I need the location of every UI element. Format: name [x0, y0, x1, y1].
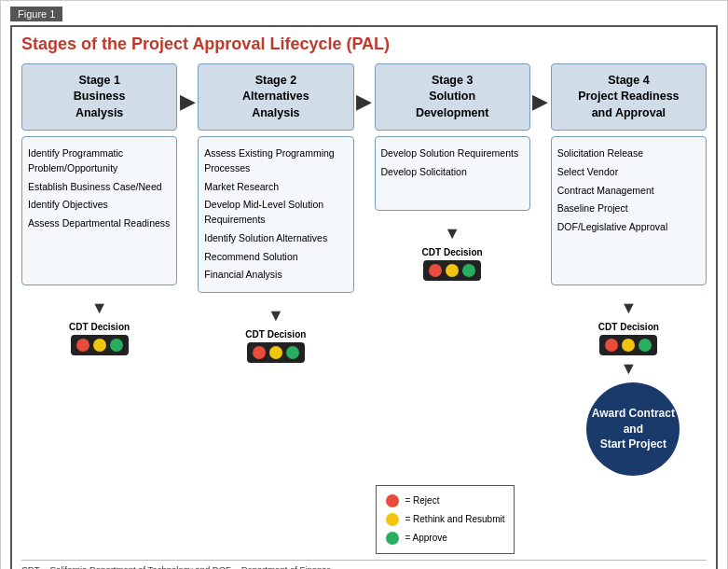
stage4-block: Stage 4 Project Readiness and Approval S… [551, 63, 707, 476]
page-title: Stages of the Project Approval Lifecycle… [21, 35, 707, 54]
arrow-3-4: ▶ [530, 63, 551, 114]
yellow-light [622, 339, 635, 352]
footer-note: CDT = California Department of Technolog… [21, 560, 707, 569]
legend-yellow-light [386, 513, 399, 526]
list-item: Assess Existing Programming Processes [204, 145, 347, 178]
arrow-2-3: ▶ [354, 63, 375, 114]
legend-red-label: = Reject [405, 492, 439, 510]
stage1-body: Identify Programmatic Problem/Opportunit… [21, 136, 177, 285]
down-arrow-icon: ▼ [444, 224, 460, 243]
cdt-label: CDT Decision [422, 247, 483, 257]
down-arrow-icon: ▼ [91, 298, 108, 318]
legend-red-light [386, 494, 399, 507]
green-light [110, 339, 123, 352]
stage4-list: Solicitation Release Select Vendor Contr… [557, 145, 700, 237]
list-item: Develop Mid-Level Solution Requirements [204, 196, 347, 229]
cdt-label: CDT Decision [69, 322, 130, 332]
legend-box: = Reject = Rethink and Resubmit = Approv… [376, 485, 515, 554]
bottom-area: = Reject = Rethink and Resubmit = Approv… [21, 485, 707, 554]
stages-row: Stage 1 Business Analysis Identify Progr… [21, 63, 707, 476]
stage3-list: Develop Solution Requirements Develop So… [381, 145, 524, 182]
list-item: Recommend Solution [204, 248, 347, 267]
legend-green-light [386, 532, 399, 545]
traffic-light-4 [599, 335, 657, 355]
stage4-body: Solicitation Release Select Vendor Contr… [551, 136, 707, 285]
list-item: Identify Programmatic Problem/Opportunit… [28, 145, 171, 178]
list-item: Identify Objectives [28, 196, 171, 215]
list-item: DOF/Legislative Approval [557, 218, 700, 237]
arrow-1-2: ▶ [177, 63, 198, 114]
stage3-header: Stage 3 Solution Development [375, 63, 530, 131]
green-light [462, 264, 475, 277]
yellow-light [269, 346, 282, 359]
list-item: Develop Solution Requirements [381, 145, 524, 163]
list-item: Select Vendor [557, 163, 700, 182]
list-item: Contract Management [557, 182, 700, 201]
traffic-light-3 [423, 260, 481, 281]
red-light [429, 264, 442, 277]
list-item: Financial Analysis [204, 266, 347, 284]
stage1-header: Stage 1 Business Analysis [21, 63, 177, 131]
traffic-light-1 [71, 335, 129, 355]
stage4-header: Stage 4 Project Readiness and Approval [551, 63, 707, 131]
list-item: Solicitation Release [557, 145, 700, 163]
yellow-light [446, 264, 459, 277]
stage2-body: Assess Existing Programming Processes Ma… [198, 136, 353, 293]
down-arrow-icon: ▼ [268, 306, 284, 326]
outer-box: Stages of the Project Approval Lifecycle… [10, 25, 718, 569]
down-arrow-icon2: ▼ [620, 359, 637, 379]
award-contract-circle: Award Contract and Start Project [586, 382, 680, 476]
stage3-body: Develop Solution Requirements Develop So… [375, 136, 530, 211]
red-light [76, 339, 89, 352]
green-light [286, 346, 299, 359]
list-item: Market Research [204, 178, 347, 197]
legend-row-green: = Approve [386, 529, 504, 548]
list-item: Assess Departmental Readiness [28, 215, 171, 233]
list-item: Identify Solution Alternatives [204, 229, 347, 248]
legend-yellow-label: = Rethink and Resubmit [405, 510, 504, 529]
figure-label-bar: Figure 1 [1, 1, 727, 21]
list-item: Baseline Project [557, 200, 700, 218]
stage3-cdt-decision: ▼ CDT Decision [422, 220, 483, 281]
down-arrow-icon: ▼ [620, 298, 637, 318]
red-light [253, 346, 266, 359]
stage1-list: Identify Programmatic Problem/Opportunit… [28, 145, 171, 233]
cdt-label: CDT Decision [245, 329, 306, 340]
stage2-header: Stage 2 Alternatives Analysis [198, 63, 353, 131]
list-item: Develop Solicitation [381, 163, 524, 182]
figure-label: Figure 1 [10, 7, 62, 21]
yellow-light [93, 339, 106, 352]
stage4-cdt-decision: ▼ CDT Decision ▼ Award Contract and Star… [577, 295, 680, 476]
legend-row-yellow: = Rethink and Resubmit [386, 510, 504, 529]
stage3-block: Stage 3 Solution Development Develop Sol… [375, 63, 530, 281]
red-light [605, 339, 618, 352]
list-item: Establish Business Case/Need [28, 178, 171, 197]
stage2-cdt-decision: ▼ CDT Decision [245, 302, 306, 363]
green-light [639, 339, 652, 352]
stage1-block: Stage 1 Business Analysis Identify Progr… [21, 63, 177, 355]
cdt-label: CDT Decision [598, 322, 659, 332]
legend-green-label: = Approve [405, 529, 446, 548]
stage2-block: Stage 2 Alternatives Analysis Assess Exi… [198, 63, 353, 363]
traffic-light-2 [247, 342, 305, 363]
stage2-list: Assess Existing Programming Processes Ma… [204, 145, 347, 284]
stage1-cdt-decision: ▼ CDT Decision [69, 295, 130, 355]
legend-row-red: = Reject [386, 492, 504, 510]
